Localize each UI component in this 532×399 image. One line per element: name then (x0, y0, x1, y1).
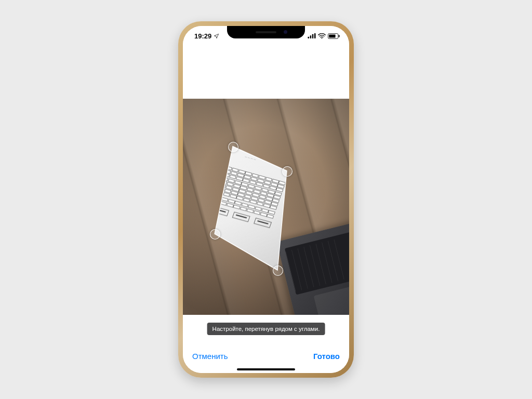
svg-rect-7 (339, 35, 340, 37)
svg-point-4 (322, 37, 323, 38)
device-notch (227, 26, 305, 38)
svg-rect-0 (308, 37, 310, 38)
battery-icon (328, 33, 340, 39)
home-indicator[interactable] (237, 368, 295, 370)
hint-capsule: Настройте, перетянув рядом с углами. (207, 323, 325, 335)
cancel-button[interactable]: Отменить (190, 349, 230, 364)
done-button[interactable]: Готово (311, 349, 342, 364)
status-right (308, 33, 340, 39)
phone-frame: 19:29 (178, 21, 354, 378)
svg-rect-1 (310, 35, 312, 38)
scan-preview: — — — — — — — — — —— — — —— — (183, 99, 349, 315)
crop-handle-top-left[interactable] (228, 142, 238, 152)
status-left: 19:29 (194, 32, 219, 40)
cellular-signal-icon (308, 33, 316, 38)
svg-rect-6 (329, 34, 335, 37)
svg-rect-3 (314, 33, 316, 38)
phone-screen: 19:29 (183, 26, 349, 373)
bottom-bar: Настройте, перетянув рядом с углами. Отм… (183, 315, 349, 373)
wifi-icon (318, 33, 326, 39)
location-arrow-icon (214, 33, 219, 39)
crop-handle-bottom-right[interactable] (273, 265, 283, 276)
svg-rect-2 (312, 34, 314, 38)
crop-handle-top-right[interactable] (282, 166, 292, 177)
action-row: Отменить Готово (183, 349, 349, 364)
status-time: 19:29 (194, 32, 211, 40)
crop-handle-bottom-left[interactable] (210, 229, 220, 240)
